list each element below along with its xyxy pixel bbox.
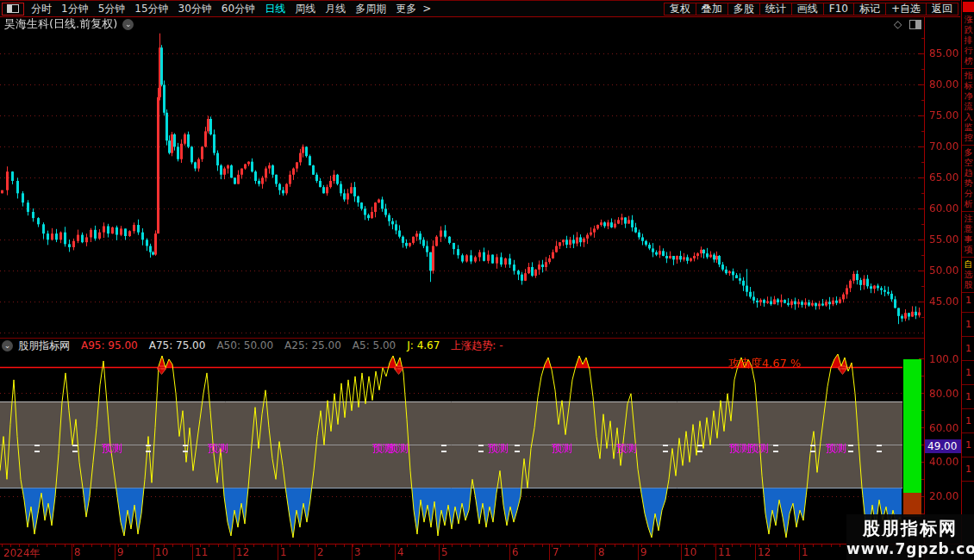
strip-separator bbox=[962, 336, 974, 337]
period-tab-周线[interactable]: 周线 bbox=[295, 2, 315, 16]
month-label: 7 bbox=[553, 546, 559, 558]
period-tab-月线[interactable]: 月线 bbox=[325, 2, 346, 16]
strip-char: 趋 bbox=[965, 168, 973, 178]
chevron-right-icon[interactable]: > bbox=[422, 3, 431, 15]
strip-char: 项 bbox=[965, 245, 973, 255]
watermark: 股朋指标网 www.7gpzb.com bbox=[846, 514, 974, 560]
strip-separator bbox=[962, 384, 974, 385]
strip-digit: 1 bbox=[965, 367, 971, 378]
period-tab-分时[interactable]: 分时 bbox=[31, 2, 52, 16]
strip-digit: 1 bbox=[965, 319, 971, 330]
month-label: 12 bbox=[236, 546, 249, 558]
strip-digit: 1 bbox=[965, 439, 971, 451]
month-label: 11 bbox=[195, 546, 208, 558]
diamond-icon[interactable]: ◇ bbox=[894, 18, 902, 30]
indicator-value-label: A95: 95.00 bbox=[81, 339, 138, 352]
top-toolbar: 分时1分钟5分钟15分钟30分钟60分钟日线周线月线多周期更多 > 复权叠加多股… bbox=[0, 0, 960, 17]
strip-separator bbox=[962, 360, 974, 361]
window-pane-button[interactable] bbox=[2, 3, 24, 16]
price-axis-label: 70.00 bbox=[929, 140, 958, 152]
period-tab-多周期[interactable]: 多周期 bbox=[355, 2, 386, 16]
forecast-label: 预测 bbox=[748, 441, 769, 456]
watermark-url: www.7gpzb.com bbox=[846, 540, 974, 557]
equals-marker bbox=[478, 445, 484, 452]
strip-separator bbox=[962, 292, 974, 293]
toolbar-buttons: 复权叠加多股统计画线F10标记+自选返回 bbox=[665, 3, 958, 16]
equals-marker bbox=[848, 445, 853, 452]
forecast-label: 预测 bbox=[552, 441, 572, 456]
chevron-down-icon[interactable]: ⌄ bbox=[122, 19, 134, 30]
pane-icon bbox=[7, 4, 19, 13]
layout-icon[interactable] bbox=[909, 20, 921, 29]
strip-char: 势 bbox=[965, 178, 973, 189]
strip-char: 排 bbox=[965, 35, 973, 46]
equals-marker bbox=[663, 445, 668, 452]
indicator-axis-label: 20.00 bbox=[929, 490, 958, 502]
forecast-label: 预测 bbox=[208, 441, 228, 456]
strip-separator bbox=[962, 432, 974, 433]
toolbar-button-画线[interactable]: 画线 bbox=[791, 3, 824, 16]
strip-char: 指 bbox=[965, 71, 973, 81]
strip-char: 涨 bbox=[965, 15, 973, 25]
strip-char: 入 bbox=[965, 112, 973, 122]
forecast-label: 预测 bbox=[102, 441, 122, 456]
period-tab-5分钟[interactable]: 5分钟 bbox=[98, 2, 126, 16]
equals-marker bbox=[146, 445, 151, 452]
chart-canvas[interactable] bbox=[0, 0, 974, 560]
attack-label: 攻击度4.67 % bbox=[728, 356, 801, 371]
period-tab-30分钟[interactable]: 30分钟 bbox=[178, 2, 212, 16]
strip-separator bbox=[962, 68, 974, 69]
period-tab-15分钟[interactable]: 15分钟 bbox=[134, 2, 168, 16]
period-tab-60分钟[interactable]: 60分钟 bbox=[222, 2, 255, 16]
period-tab-1分钟[interactable]: 1分钟 bbox=[61, 2, 89, 16]
equals-marker bbox=[72, 445, 78, 452]
title-bar: 昊海生科(日线.前复权) ⌄ ◇ bbox=[0, 16, 960, 32]
price-axis-label: 75.00 bbox=[929, 109, 958, 121]
period-tab-日线[interactable]: 日线 bbox=[265, 2, 285, 16]
equals-marker bbox=[810, 445, 815, 452]
strip-char: 多 bbox=[965, 147, 973, 158]
equals-marker bbox=[34, 445, 40, 452]
chevron-down-icon[interactable]: ⌄ bbox=[2, 340, 13, 352]
indicator-axis-label: 60.00 bbox=[929, 422, 958, 434]
strip-char: 流 bbox=[965, 102, 973, 112]
month-label: 1 bbox=[280, 546, 287, 558]
strip-separator bbox=[962, 257, 974, 258]
toolbar-button-叠加[interactable]: 叠加 bbox=[696, 3, 728, 16]
toolbar-button-返回[interactable]: 返回 bbox=[926, 3, 958, 16]
month-label: 8 bbox=[74, 546, 81, 558]
equals-marker bbox=[515, 445, 520, 452]
price-axis-label: 80.00 bbox=[929, 78, 958, 90]
gem-marker-icon bbox=[394, 362, 403, 371]
month-label: 2024年 bbox=[3, 546, 41, 560]
toolbar-button-F10[interactable]: F10 bbox=[823, 3, 854, 16]
forecast-label: 预测 bbox=[388, 441, 409, 456]
strip-char: 分 bbox=[965, 189, 973, 199]
toolbar-button-多股[interactable]: 多股 bbox=[727, 3, 760, 16]
toolbar-button-统计[interactable]: 统计 bbox=[759, 3, 792, 16]
strip-char: 空 bbox=[965, 158, 973, 168]
equals-marker bbox=[877, 445, 882, 452]
month-label: 9 bbox=[640, 546, 647, 558]
right-edge-strip: 涨跌排行榜指标净流入监控多空趋势分析注意事项自选股11111111 bbox=[961, 0, 974, 560]
indicator-value-label: A5: 5.00 bbox=[353, 339, 396, 352]
equals-marker bbox=[697, 445, 702, 452]
month-label: 10 bbox=[684, 546, 696, 558]
equals-marker bbox=[183, 445, 188, 452]
price-axis-label: 50.00 bbox=[929, 264, 958, 277]
forecast-label: 预测 bbox=[826, 441, 846, 456]
strip-digit: 1 bbox=[965, 415, 971, 426]
month-label: 11 bbox=[718, 546, 731, 558]
strip-char: 监 bbox=[965, 122, 973, 133]
toolbar-button-+自选[interactable]: +自选 bbox=[885, 3, 927, 16]
toolbar-button-标记[interactable]: 标记 bbox=[853, 3, 886, 16]
strip-char: 事 bbox=[965, 234, 973, 245]
toolbar-button-复权[interactable]: 复权 bbox=[664, 3, 696, 16]
strip-char: 选 bbox=[965, 270, 973, 280]
strip-digit: 1 bbox=[965, 391, 971, 402]
period-tab-更多[interactable]: 更多 bbox=[396, 2, 416, 16]
strip-tab-active[interactable]: 自 bbox=[965, 259, 973, 270]
month-label: 3 bbox=[354, 546, 361, 558]
month-label: 5 bbox=[441, 546, 448, 558]
tdx-window: 分时1分钟5分钟15分钟30分钟60分钟日线周线月线多周期更多 > 复权叠加多股… bbox=[0, 0, 974, 560]
